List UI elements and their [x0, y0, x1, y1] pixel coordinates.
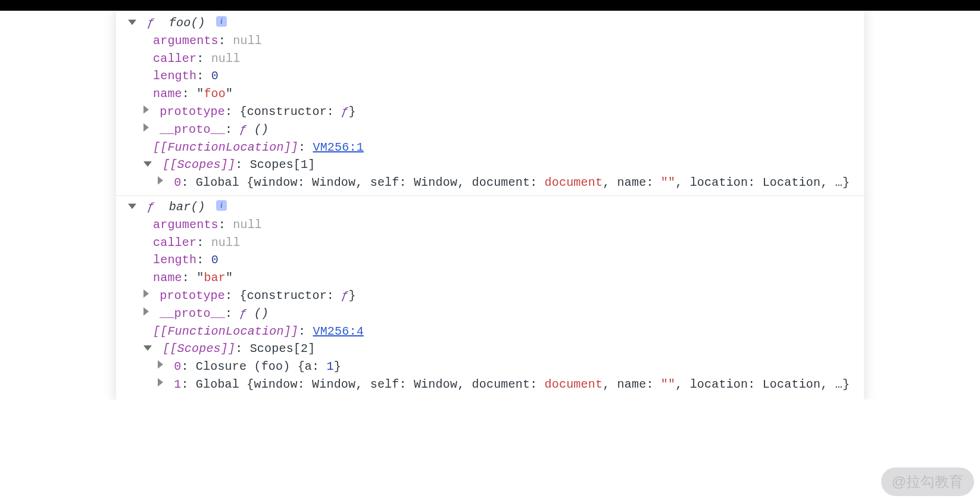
prop-value: null: [211, 52, 241, 66]
scope-entry-closure[interactable]: 0: Closure (foo) {a: 1}: [116, 358, 864, 376]
prop-key: length: [153, 253, 196, 267]
quote: ": [226, 87, 233, 101]
prop-value: null: [211, 236, 241, 250]
chevron-right-icon[interactable]: [143, 123, 149, 132]
prop-key: [[Scopes]]: [163, 342, 235, 356]
function-glyph-icon: ƒ: [341, 289, 348, 303]
prop-key: caller: [153, 236, 196, 250]
prop-key: __proto__: [160, 307, 225, 320]
prop-scopes[interactable]: [[Scopes]]: Scopes[1]: [116, 156, 864, 174]
chevron-down-icon[interactable]: [143, 161, 152, 167]
prop-key: caller: [153, 52, 196, 66]
scope-index: 0: [174, 360, 181, 373]
prop-value: Scopes[2]: [250, 342, 316, 356]
prop-key: __proto__: [160, 123, 225, 136]
chevron-right-icon[interactable]: [158, 360, 163, 369]
quote: ": [196, 87, 204, 101]
chevron-right-icon[interactable]: [158, 176, 163, 185]
prop-value: Scopes[1]: [250, 158, 316, 172]
prop-scopes[interactable]: [[Scopes]]: Scopes[2]: [116, 340, 864, 358]
scope-index: 0: [174, 176, 181, 189]
function-glyph-icon: ƒ: [147, 16, 154, 30]
object-header-foo[interactable]: ƒ foo() i: [116, 14, 864, 32]
source-location-link[interactable]: VM256:4: [313, 325, 363, 338]
window-top-bar: [0, 0, 980, 11]
prop-length[interactable]: length: 0: [116, 67, 864, 85]
function-glyph-icon: ƒ: [239, 123, 254, 136]
prop-proto[interactable]: __proto__: ƒ (): [116, 305, 864, 323]
devtools-console-panel: ƒ foo() i arguments: null caller: null l…: [116, 11, 864, 400]
quote: ": [196, 271, 204, 285]
chevron-down-icon[interactable]: [128, 204, 136, 209]
prop-arguments[interactable]: arguments: null: [116, 216, 864, 234]
prop-key: name: [153, 87, 182, 101]
prop-proto[interactable]: __proto__: ƒ (): [116, 121, 864, 139]
function-signature: bar(): [162, 200, 205, 214]
chevron-right-icon[interactable]: [143, 289, 149, 298]
prop-value: null: [233, 218, 262, 232]
source-location-link[interactable]: VM256:1: [313, 141, 363, 154]
prop-value: 0: [211, 69, 219, 83]
prop-key: [[FunctionLocation]]: [153, 325, 298, 338]
prop-key: arguments: [153, 34, 219, 48]
quote: ": [226, 271, 233, 285]
prop-key: prototype: [160, 289, 225, 303]
chevron-right-icon[interactable]: [143, 105, 149, 114]
divider: [116, 195, 864, 196]
prop-arguments[interactable]: arguments: null: [116, 32, 864, 50]
function-glyph-icon: ƒ: [147, 200, 154, 214]
prop-length[interactable]: length: 0: [116, 251, 864, 269]
scope-entry-global[interactable]: 1: Global {window: Window, self: Window,…: [116, 376, 864, 394]
prop-value: foo: [204, 87, 226, 101]
function-signature: foo(): [162, 16, 205, 30]
prop-key: prototype: [160, 105, 225, 119]
prop-prototype[interactable]: prototype: {constructor: ƒ}: [116, 287, 864, 305]
prop-function-location[interactable]: [[FunctionLocation]]: VM256:1: [116, 139, 864, 157]
prop-key: [[FunctionLocation]]: [153, 141, 298, 154]
prop-caller[interactable]: caller: null: [116, 50, 864, 68]
prop-name[interactable]: name: "foo": [116, 85, 864, 103]
function-glyph-icon: ƒ: [341, 105, 348, 119]
prop-value: null: [233, 34, 262, 48]
prop-key: name: [153, 271, 182, 285]
prop-function-location[interactable]: [[FunctionLocation]]: VM256:4: [116, 323, 864, 341]
scope-index: 1: [174, 378, 181, 391]
prop-value: bar: [204, 271, 226, 285]
object-header-bar[interactable]: ƒ bar() i: [116, 198, 864, 216]
chevron-down-icon[interactable]: [143, 345, 152, 351]
prop-caller[interactable]: caller: null: [116, 234, 864, 252]
prop-key: arguments: [153, 218, 219, 232]
prop-prototype[interactable]: prototype: {constructor: ƒ}: [116, 103, 864, 121]
function-glyph-icon: ƒ: [239, 307, 254, 320]
info-icon[interactable]: i: [216, 16, 227, 27]
prop-name[interactable]: name: "bar": [116, 269, 864, 287]
chevron-down-icon[interactable]: [128, 20, 136, 25]
prop-key: length: [153, 69, 196, 83]
prop-value: 0: [211, 253, 219, 267]
prop-key: [[Scopes]]: [163, 158, 235, 172]
chevron-right-icon[interactable]: [143, 307, 149, 316]
info-icon[interactable]: i: [216, 200, 227, 211]
scope-entry-global[interactable]: 0: Global {window: Window, self: Window,…: [116, 174, 864, 192]
chevron-right-icon[interactable]: [158, 378, 163, 386]
